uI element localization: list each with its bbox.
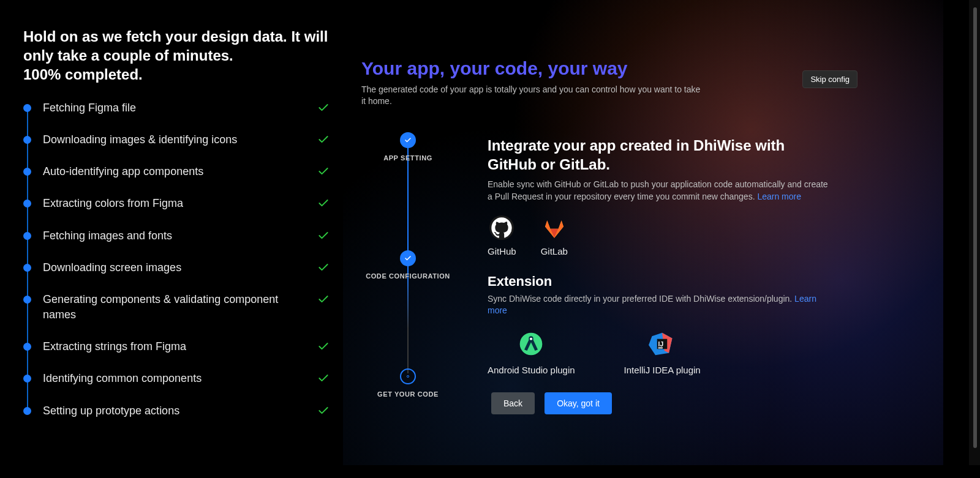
check-icon [317,102,330,114]
progress-step-label: Extracting strings from Figma [43,339,310,354]
wizard-subtitle: The generated code of your app is totall… [361,84,704,107]
github-icon [489,215,514,240]
progress-step-label: Extracting colors from Figma [43,196,310,211]
svg-point-3 [530,337,532,340]
integration-github[interactable]: GitHub [488,215,516,256]
intellij-icon: IJ [649,330,676,357]
svg-point-0 [407,375,409,377]
extension-intellij[interactable]: IJ IntelliJ IDEA plugin [624,330,701,375]
check-icon [317,293,330,305]
progress-step: Fetching Figma file [43,100,330,115]
progress-step-label: Downloading screen images [43,260,310,275]
extension-label: Android Studio plugin [488,365,575,375]
progress-step: Fetching images and fonts [43,228,330,243]
stepper-item-app-setting: APP SETTING [359,132,457,162]
integration-label: GitLab [541,246,568,256]
check-icon [317,405,330,417]
okay-got-it-button[interactable]: Okay, got it [545,392,612,414]
stepper-item-code-config: CODE CONFIGURATION [359,250,457,280]
progress-step: Generating components & validating compo… [43,292,330,322]
integration-gitlab[interactable]: GitLab [541,215,568,256]
stepper-label: GET YOUR CODE [359,390,457,398]
progress-step-label: Identifying common components [43,371,310,386]
progress-step: Setting up prototype actions [43,403,330,418]
progress-step-label: Setting up prototype actions [43,403,310,418]
integrate-heading: Integrate your app created in DhiWise wi… [488,136,831,174]
wizard-stepper: APP SETTING CODE CONFIGURATION GET YOUR … [359,132,457,398]
scrollbar[interactable] [969,0,980,465]
integrate-desc: Enable sync with GitHub or GitLab to pus… [488,179,831,203]
progress-step: Extracting colors from Figma [43,196,330,211]
check-icon [317,165,330,177]
stepper-item-get-code: GET YOUR CODE [359,368,457,398]
stepper-label: APP SETTING [359,154,457,162]
integrate-learn-more-link[interactable]: Learn more [757,192,801,201]
progress-step: Downloading images & identifying icons [43,132,330,147]
progress-step-label: Fetching Figma file [43,100,310,115]
back-button[interactable]: Back [491,392,535,414]
progress-step-label: Fetching images and fonts [43,228,310,243]
extension-desc-text: Sync DhiWise code directly in your prefe… [488,294,792,304]
headline-text-2: 100% completed. [23,66,143,83]
check-icon [317,197,330,209]
extension-android-studio[interactable]: Android Studio plugin [488,330,575,375]
check-icon [317,340,330,353]
extension-options: Android Studio plugin IJ IntelliJ IDEA p… [488,330,831,375]
extension-heading: Extension [488,274,831,289]
gitlab-icon [542,215,567,240]
scrollbar-thumb[interactable] [973,7,977,448]
check-icon [317,133,330,146]
progress-headline: Hold on as we fetch your design data. It… [23,27,330,84]
check-icon [317,372,330,384]
check-icon [317,261,330,274]
svg-rect-6 [658,347,663,348]
wizard-inner: Your app, your code, your way The genera… [343,0,943,465]
check-icon [317,230,330,242]
stepper-dot-pending-icon [400,368,416,384]
skip-config-button[interactable]: Skip config [802,70,858,88]
extension-desc: Sync DhiWise code directly in your prefe… [488,293,831,317]
progress-step: Downloading screen images [43,260,330,275]
integration-options: GitHub GitLab [488,215,831,256]
progress-step-label: Auto-identifying app components [43,164,310,179]
stepper-dot-done-icon [400,250,416,266]
headline-text-1: Hold on as we fetch your design data. It… [23,28,328,64]
stepper-label: CODE CONFIGURATION [359,272,457,280]
extension-label: IntelliJ IDEA plugin [624,365,701,375]
wizard-content: Integrate your app created in DhiWise wi… [488,136,831,414]
svg-text:IJ: IJ [658,340,663,347]
wizard-panel: Your app, your code, your way The genera… [343,0,943,465]
android-studio-icon [518,330,545,357]
wizard-actions: Back Okay, got it [491,392,831,414]
stepper-dot-done-icon [400,132,416,148]
progress-step: Identifying common components [43,371,330,386]
progress-panel: Hold on as we fetch your design data. It… [23,27,330,418]
progress-step: Extracting strings from Figma [43,339,330,354]
progress-step: Auto-identifying app components [43,164,330,179]
progress-step-list: Fetching Figma fileDownloading images & … [23,100,330,418]
integration-label: GitHub [488,246,516,256]
progress-step-label: Downloading images & identifying icons [43,132,310,147]
progress-step-label: Generating components & validating compo… [43,292,310,322]
